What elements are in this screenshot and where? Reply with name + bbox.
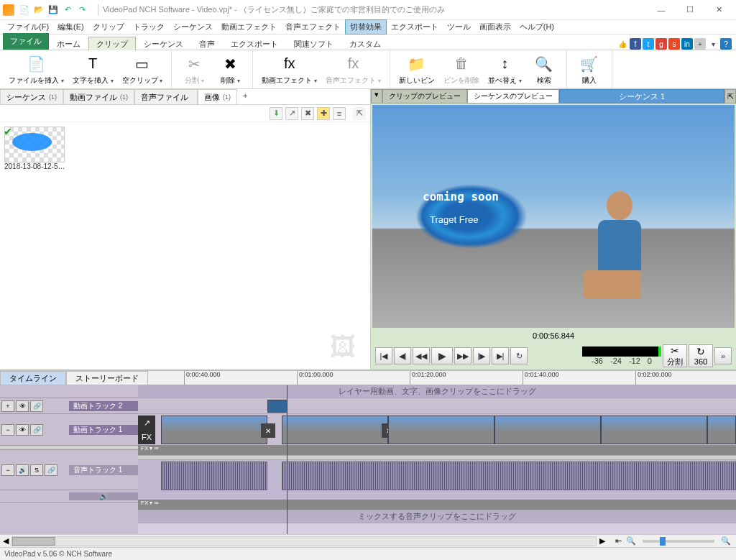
ribbon-tab-file[interactable]: ファイル — [3, 33, 49, 50]
menu-10[interactable]: 画面表示 — [475, 20, 515, 34]
track-name-v1[interactable]: 動画トラック 1 — [69, 425, 138, 435]
bin-tab-1[interactable]: 動画ファイル (1) — [63, 89, 134, 104]
ribbon-btn-1-1[interactable]: ✖削除 ▾ — [212, 52, 248, 87]
ribbon-btn-0-0[interactable]: 📄ファイルを挿入 ▾ — [4, 52, 68, 87]
scroll-right-icon[interactable]: ▶ — [597, 536, 608, 546]
tab-storyboard[interactable]: ストーリーボード — [66, 371, 148, 385]
twitter-icon[interactable]: t — [643, 38, 654, 50]
popout-icon[interactable]: ⇱ — [724, 89, 736, 104]
stumble-icon[interactable]: s — [668, 38, 680, 50]
eye-icon[interactable]: 👁 — [16, 424, 29, 436]
next-frame-button[interactable]: |▶ — [473, 347, 490, 364]
track-lanes[interactable]: レイヤー用動画、文字、画像クリップをここにドラッグ ↗FX✕✕FX ▾ ∞ FX… — [138, 385, 736, 534]
video-clip-3[interactable] — [494, 416, 601, 444]
lane-v2[interactable] — [138, 398, 736, 414]
video-clip-5[interactable] — [707, 416, 736, 444]
lane-v1[interactable]: ↗FX✕✕FX ▾ ∞ — [138, 414, 736, 456]
menu-5[interactable]: 動画エフェクト — [217, 20, 281, 34]
bin-down-icon[interactable]: ⬇ — [270, 107, 282, 120]
track-name-a1[interactable]: 音声トラック 1 — [69, 465, 138, 475]
timeline-ruler[interactable]: 0:00:40.0000:01:00.0000:01:20.0000:01:40… — [148, 371, 736, 385]
link-icon[interactable]: 🔗 — [45, 464, 58, 476]
bin-tab-add[interactable]: + — [237, 89, 253, 104]
ribbon-tab-0[interactable]: ホーム — [49, 37, 88, 51]
rewind-button[interactable]: ◀◀ — [413, 347, 430, 364]
ribbon-btn-2-0[interactable]: fx動画エフェクト ▾ — [257, 52, 321, 87]
loop-button[interactable]: ↻ — [510, 347, 528, 364]
menu-1[interactable]: 編集(E) — [53, 20, 88, 34]
remove-track-icon[interactable]: − — [1, 464, 14, 476]
menu-11[interactable]: ヘルプ(H) — [515, 20, 558, 34]
bin-send-icon[interactable]: ↗ — [285, 107, 298, 120]
zoom-handle[interactable] — [660, 537, 666, 546]
linkedin-icon[interactable]: in — [681, 38, 693, 50]
eye-icon[interactable]: 👁 — [16, 400, 29, 412]
video-clip-0[interactable]: ✕ — [161, 416, 267, 444]
bin-body[interactable]: ✔ 2018-13-08-12-54-52... 🖼 — [0, 122, 370, 369]
forward-button[interactable]: ▶▶ — [454, 347, 472, 364]
maximize-button[interactable]: ☐ — [676, 0, 704, 20]
dropdown-icon[interactable]: ▾ — [707, 38, 719, 50]
bin-list-icon[interactable]: ≡ — [333, 107, 346, 120]
scrollbar[interactable] — [12, 536, 597, 546]
video-clip-1[interactable]: ✕ — [282, 416, 388, 444]
google-icon[interactable]: g — [656, 38, 667, 50]
play-button[interactable]: ▶ — [431, 347, 453, 364]
qa-undo-icon[interactable]: ↶ — [62, 4, 73, 16]
menu-6[interactable]: 音声エフェクト — [281, 20, 345, 34]
link-icon[interactable]: 🔗 — [30, 400, 43, 412]
mix-speaker-icon[interactable]: 🔊 — [69, 492, 138, 500]
zoom-out-icon[interactable]: 🔍 — [625, 536, 637, 547]
zoom-in-icon[interactable]: 🔍 — [720, 536, 732, 547]
thumbs-up-icon[interactable]: 👍 — [617, 38, 628, 50]
audio-clip-0[interactable] — [161, 462, 267, 490]
goto-start-button[interactable]: |◀ — [375, 347, 392, 364]
bin-delete-icon[interactable]: ✖ — [301, 107, 314, 120]
facebook-icon[interactable]: f — [630, 38, 641, 50]
ribbon-tab-2[interactable]: シーケンス — [136, 37, 191, 51]
close-button[interactable]: ✕ — [704, 0, 733, 20]
more-button[interactable]: » — [714, 347, 732, 364]
video-clip-4[interactable] — [601, 416, 707, 444]
ribbon-tab-6[interactable]: カスタム — [341, 37, 389, 51]
remove-track-icon[interactable]: − — [1, 424, 14, 436]
media-thumbnail[interactable]: ✔ 2018-13-08-12-54-52... — [4, 127, 66, 170]
split-button[interactable]: ✂分割 — [663, 344, 687, 367]
sequence-name[interactable]: シーケンス 1 — [559, 89, 724, 104]
ribbon-tab-1[interactable]: クリップ — [88, 37, 136, 50]
tab-timeline[interactable]: タイムライン — [0, 371, 66, 385]
bin-tab-0[interactable]: シーケンス (1) — [0, 89, 63, 104]
ribbon-tab-3[interactable]: 音声 — [191, 37, 223, 51]
track-name-v2[interactable]: 動画トラック 2 — [69, 401, 138, 411]
goto-end-button[interactable]: ▶| — [492, 347, 509, 364]
add-track-icon[interactable]: + — [1, 400, 14, 412]
bin-tab-2[interactable]: 音声ファイル — [134, 89, 198, 104]
plus-icon[interactable]: + — [694, 38, 706, 50]
tab-sequence-preview[interactable]: シーケンスのプレビュー — [467, 89, 559, 104]
fit-icon[interactable]: ⇤ — [612, 536, 624, 547]
ribbon-tab-4[interactable]: エクスポート — [223, 37, 286, 51]
360-button[interactable]: ↻360 — [689, 344, 713, 367]
preview-video[interactable]: coming soon Traget Free — [372, 105, 735, 328]
ribbon-btn-3-2[interactable]: ↕並べ替え ▾ — [484, 52, 526, 87]
fade-in-icon[interactable]: ↗FX — [138, 416, 155, 444]
video-clip-2[interactable] — [388, 416, 494, 444]
menu-8[interactable]: エクスポート — [387, 20, 443, 34]
qa-open-icon[interactable]: 📂 — [33, 4, 45, 16]
solo-icon[interactable]: S — [30, 464, 43, 476]
qa-new-icon[interactable]: 📄 — [19, 4, 30, 16]
menu-0[interactable]: ファイル(F) — [3, 20, 53, 34]
ribbon-btn-4-0[interactable]: 🛒購入 — [571, 52, 607, 87]
zoom-slider[interactable] — [643, 540, 714, 543]
transition-icon[interactable]: ✕ — [261, 423, 275, 438]
ribbon-btn-0-1[interactable]: T文字を挿入 ▾ — [68, 52, 118, 87]
qa-save-icon[interactable]: 💾 — [47, 4, 59, 16]
scroll-left-icon[interactable]: ◀ — [0, 536, 12, 546]
preview-dropdown-icon[interactable]: ▾ — [371, 89, 382, 104]
image-clip[interactable] — [267, 400, 288, 413]
help-icon[interactable]: ? — [720, 38, 732, 50]
menu-7[interactable]: 切替効果 — [345, 19, 387, 35]
playhead[interactable] — [287, 385, 288, 534]
lane-a1[interactable]: FX ▾ ∞ — [138, 460, 736, 510]
minimize-button[interactable]: — — [647, 0, 676, 20]
